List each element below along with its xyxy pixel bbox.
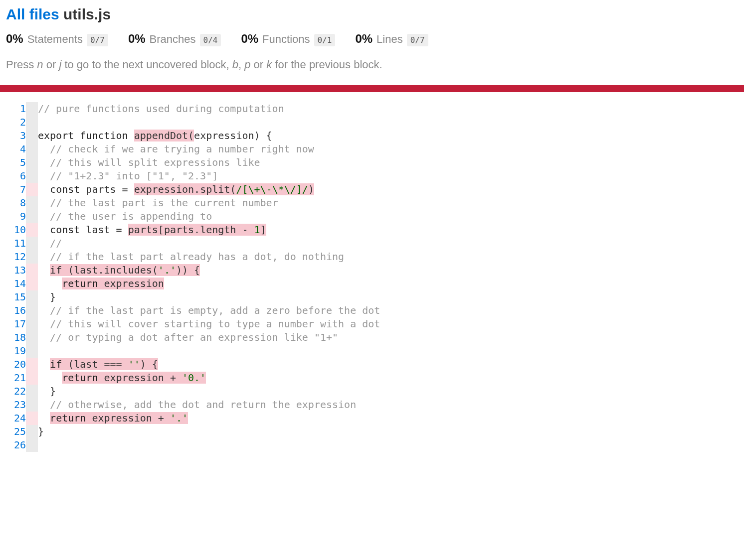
gutter-cell (26, 142, 38, 156)
metric-frac: 0/4 (200, 34, 221, 46)
uncovered-statement: expression.split(/[\+\-\*\/]/) (134, 183, 314, 195)
uncovered-function: appendDot( (134, 130, 194, 141)
gutter-cell (26, 371, 38, 385)
coverage-status-bar (0, 85, 744, 92)
line-number-link[interactable]: 20 (14, 358, 26, 370)
gutter-cell (26, 290, 38, 304)
metric-frac: 0/7 (407, 34, 428, 46)
metric-pct: 0% (241, 32, 258, 46)
gutter-cell (26, 169, 38, 183)
breadcrumb-root-link[interactable]: All files (6, 6, 59, 22)
gutter-cell (26, 250, 38, 264)
line-number-link[interactable]: 5 (20, 156, 26, 168)
gutter-cell (26, 277, 38, 290)
metric-label: Lines (376, 33, 403, 46)
line-number-link[interactable]: 14 (14, 278, 26, 289)
uncovered-statement: if (last === '') { (50, 358, 158, 370)
coverage-metrics: 0% Statements 0/7 0% Branches 0/4 0% Fun… (6, 32, 738, 46)
code-coverage-table: 1 2 3 4 5 6 7 8 9 10 11 12 13 14 15 16 1… (6, 102, 380, 452)
metric-pct: 0% (6, 32, 23, 46)
metric-frac: 0/7 (87, 34, 108, 46)
gutter-cell (26, 183, 38, 196)
line-number-link[interactable]: 26 (14, 439, 26, 451)
metric-statements: 0% Statements 0/7 (6, 32, 108, 46)
line-number-link[interactable]: 3 (20, 130, 26, 141)
metric-branches: 0% Branches 0/4 (128, 32, 221, 46)
gutter-cell (26, 116, 38, 129)
line-number-link[interactable]: 15 (14, 291, 26, 303)
breadcrumb-file: utils.js (63, 6, 111, 22)
gutter-cell (26, 223, 38, 237)
gutter-cell (26, 102, 38, 116)
breadcrumb: All files utils.js (6, 6, 738, 23)
line-number-link[interactable]: 17 (14, 318, 26, 330)
metric-functions: 0% Functions 0/1 (241, 32, 335, 46)
line-number-link[interactable]: 25 (14, 425, 26, 437)
line-number-link[interactable]: 24 (14, 412, 26, 424)
line-gutter (26, 102, 38, 452)
line-number-link[interactable]: 18 (14, 331, 26, 343)
header: All files utils.js 0% Statements 0/7 0% … (0, 0, 744, 71)
metric-frac: 0/1 (314, 34, 336, 46)
uncovered-statement: if (last.includes('.')) { (50, 264, 200, 276)
line-number-link[interactable]: 9 (20, 210, 26, 222)
gutter-cell (26, 398, 38, 412)
gutter-cell (26, 412, 38, 425)
gutter-cell (26, 344, 38, 358)
line-number-link[interactable]: 1 (20, 103, 26, 115)
line-number-link[interactable]: 21 (14, 372, 26, 384)
uncovered-statement: return expression + '0.' (62, 372, 206, 384)
keyboard-hint: Press n or j to go to the next uncovered… (6, 58, 738, 71)
line-number-link[interactable]: 6 (20, 170, 26, 182)
gutter-cell (26, 438, 38, 452)
line-number-link[interactable]: 4 (20, 143, 26, 155)
metric-pct: 0% (355, 32, 372, 46)
gutter-cell (26, 425, 38, 438)
gutter-cell (26, 317, 38, 331)
gutter-cell (26, 331, 38, 344)
gutter-cell (26, 210, 38, 223)
uncovered-statement: return expression + '.' (50, 412, 188, 424)
gutter-cell (26, 304, 38, 317)
line-number-link[interactable]: 12 (14, 251, 26, 263)
line-number-link[interactable]: 19 (14, 345, 26, 357)
metric-label: Branches (150, 33, 196, 46)
source-code: // pure functions used during computatio… (38, 102, 380, 452)
uncovered-statement: return expression (62, 278, 164, 289)
line-number-link[interactable]: 2 (20, 116, 26, 128)
uncovered-statement: parts[parts.length - 1] (128, 224, 266, 236)
metric-pct: 0% (128, 32, 146, 46)
gutter-cell (26, 129, 38, 142)
gutter-cell (26, 237, 38, 250)
line-numbers: 1 2 3 4 5 6 7 8 9 10 11 12 13 14 15 16 1… (6, 102, 26, 452)
line-number-link[interactable]: 16 (14, 304, 26, 316)
line-number-link[interactable]: 8 (20, 197, 26, 209)
metric-label: Functions (262, 33, 310, 46)
metric-lines: 0% Lines 0/7 (355, 32, 428, 46)
gutter-cell (26, 264, 38, 277)
metric-label: Statements (27, 33, 83, 46)
gutter-cell (26, 156, 38, 169)
line-number-link[interactable]: 22 (14, 385, 26, 397)
line-number-link[interactable]: 10 (14, 224, 26, 236)
line-number-link[interactable]: 13 (14, 264, 26, 276)
line-number-link[interactable]: 7 (20, 183, 26, 195)
line-number-link[interactable]: 11 (14, 237, 26, 249)
line-number-link[interactable]: 23 (14, 399, 26, 411)
gutter-cell (26, 196, 38, 210)
gutter-cell (26, 385, 38, 398)
gutter-cell (26, 358, 38, 371)
